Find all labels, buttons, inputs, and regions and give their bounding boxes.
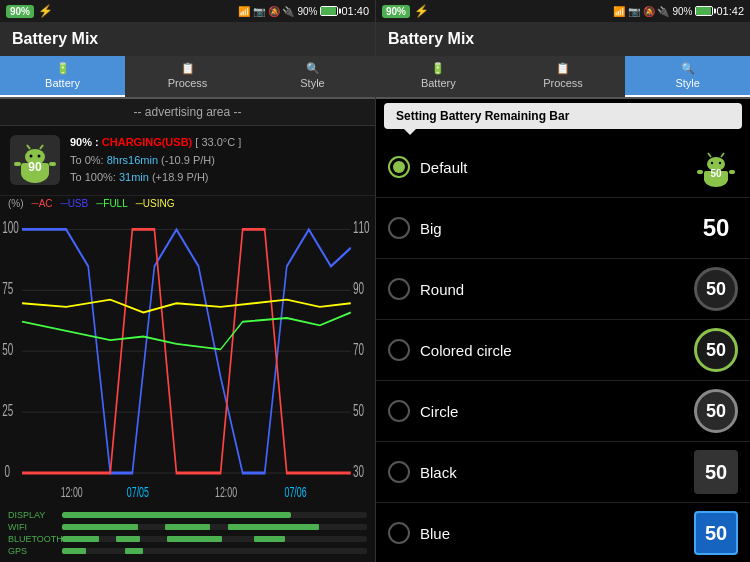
battery-percent-badge: 90% <box>6 5 34 18</box>
bar-segments-wifi <box>62 524 367 530</box>
bar-segments-gps <box>62 548 367 554</box>
tab-style-icon: 🔍 <box>306 62 320 75</box>
signal-icons: 📶 📷 🔕 🔌 <box>238 6 294 17</box>
time-left: 01:40 <box>341 5 369 17</box>
tab-battery-left[interactable]: 🔋 Battery <box>0 56 125 97</box>
bar-label-gps: GPS <box>8 546 58 556</box>
tab-style-right[interactable]: 🔍 Style <box>625 56 750 97</box>
bar-segments-bluetooth <box>62 536 367 542</box>
svg-rect-8 <box>49 162 56 166</box>
svg-text:07/06: 07/06 <box>285 483 307 500</box>
signal-icons-right: 📶 📷 🔕 🔌 <box>613 6 669 17</box>
svg-text:07/05: 07/05 <box>127 483 149 500</box>
svg-rect-9 <box>27 173 32 181</box>
to-full-line: To 100%: 31min (+18.9 P/H) <box>70 169 241 187</box>
bar-row-gps: GPS <box>8 546 367 556</box>
bottom-bars: DISPLAY WIFI BLUETOOTH <box>0 506 375 562</box>
battery-icon-right <box>695 6 713 16</box>
radio-colored[interactable] <box>388 339 410 361</box>
status-bar-left: 90% ⚡ 📶 📷 🔕 🔌 90% 01:40 <box>0 0 375 22</box>
svg-text:12:00: 12:00 <box>215 483 237 500</box>
tab-style-icon-r: 🔍 <box>681 62 695 75</box>
style-list: Default 50 <box>376 133 750 562</box>
svg-point-3 <box>30 155 33 158</box>
preview-big: 50 <box>694 206 738 250</box>
app-header-right: Battery Mix <box>376 22 750 56</box>
svg-text:90: 90 <box>353 279 364 297</box>
svg-line-38 <box>721 153 724 157</box>
chart-svg: 100 75 50 25 0 110 90 70 50 30 12:00 07/… <box>0 211 375 506</box>
style-label-big: Big <box>420 220 694 237</box>
time-right: 01:42 <box>716 5 744 17</box>
tab-battery-label-r: Battery <box>421 77 456 89</box>
battery-icon <box>320 6 338 16</box>
svg-rect-39 <box>697 170 703 174</box>
style-item-black[interactable]: Black 50 <box>376 442 750 503</box>
svg-point-4 <box>38 155 41 158</box>
tab-process-icon-r: 📋 <box>556 62 570 75</box>
tab-process-left[interactable]: 📋 Process <box>125 56 250 97</box>
style-label-black: Black <box>420 464 694 481</box>
style-label-round: Round <box>420 281 694 298</box>
tab-style-left[interactable]: 🔍 Style <box>250 56 375 97</box>
svg-text:110: 110 <box>353 218 370 236</box>
chart-legend: (%) ─AC ─USB ─FULL ─USING <box>0 196 375 211</box>
app-header-left: Battery Mix <box>0 22 375 56</box>
preview-default-svg: 50 <box>694 145 738 189</box>
android-icon-svg: 90 <box>10 135 60 185</box>
svg-rect-41 <box>709 179 714 186</box>
svg-text:50: 50 <box>710 168 722 179</box>
bar-label-bluetooth: BLUETOOTH <box>8 534 58 544</box>
style-label-circle: Circle <box>420 403 694 420</box>
style-label-colored: Colored circle <box>420 342 694 359</box>
style-item-big[interactable]: Big 50 <box>376 198 750 259</box>
svg-rect-42 <box>718 179 723 186</box>
style-item-circle[interactable]: Circle 50 <box>376 381 750 442</box>
radio-big[interactable] <box>388 217 410 239</box>
left-panel: 90% ⚡ 📶 📷 🔕 🔌 90% 01:40 Battery Mix 🔋 Ba… <box>0 0 375 562</box>
style-item-blue[interactable]: Blue 50 <box>376 503 750 562</box>
svg-text:70: 70 <box>353 340 364 358</box>
radio-circle[interactable] <box>388 400 410 422</box>
style-item-default[interactable]: Default 50 <box>376 137 750 198</box>
tabs-left: 🔋 Battery 📋 Process 🔍 Style <box>0 56 375 99</box>
bar-track-bluetooth <box>62 536 367 542</box>
legend-ac: ─AC <box>32 198 53 209</box>
tab-process-right[interactable]: 📋 Process <box>501 56 626 97</box>
radio-black[interactable] <box>388 461 410 483</box>
legend-using: ─USING <box>136 198 175 209</box>
radio-default[interactable] <box>388 156 410 178</box>
svg-rect-40 <box>729 170 735 174</box>
preview-round: 50 <box>694 267 738 311</box>
status-right-left: 90% ⚡ <box>382 4 429 18</box>
style-item-colored[interactable]: Colored circle 50 <box>376 320 750 381</box>
chart-area: 100 75 50 25 0 110 90 70 50 30 12:00 07/… <box>0 211 375 506</box>
tab-battery-icon-r: 🔋 <box>431 62 445 75</box>
radio-blue[interactable] <box>388 522 410 544</box>
status-bar-right: 90% ⚡ 📶 📷 🔕 🔌 90% 01:42 <box>376 0 750 22</box>
style-label-default: Default <box>420 159 694 176</box>
svg-text:100: 100 <box>2 218 19 236</box>
preview-default: 50 <box>694 145 738 189</box>
battery-pct-right: 90% <box>297 6 317 17</box>
tab-style-label-r: Style <box>675 77 699 89</box>
bar-label-display: DISPLAY <box>8 510 58 520</box>
tab-battery-right[interactable]: 🔋 Battery <box>376 56 501 97</box>
tab-style-label: Style <box>300 77 324 89</box>
radio-round[interactable] <box>388 278 410 300</box>
battery-big-icon: 90 <box>10 135 60 185</box>
bar-track-display <box>62 512 367 518</box>
svg-text:0: 0 <box>4 462 10 480</box>
bar-track-wifi <box>62 524 367 530</box>
preview-blue: 50 <box>694 511 738 555</box>
svg-rect-7 <box>14 162 21 166</box>
battery-fill-right <box>696 7 710 15</box>
style-item-round[interactable]: Round 50 <box>376 259 750 320</box>
right-panel: 90% ⚡ 📶 📷 🔕 🔌 90% 01:42 Battery Mix 🔋 Ba… <box>375 0 750 562</box>
bar-fill-display <box>62 512 291 518</box>
battery-text: 90% : CHARGING(USB) [ 33.0°C ] To 0%: 8h… <box>70 134 241 187</box>
preview-circle: 50 <box>694 389 738 433</box>
legend-pct: (%) <box>8 198 24 209</box>
app-title-left: Battery Mix <box>12 30 98 47</box>
svg-line-37 <box>708 153 711 157</box>
